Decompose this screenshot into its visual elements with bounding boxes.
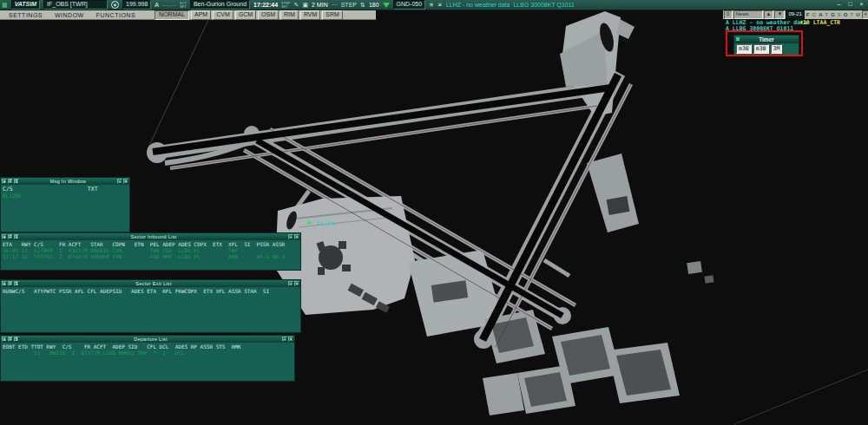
dep-title-bar[interactable]: a F S Departure List ▪ × bbox=[1, 336, 294, 343]
menu-window[interactable]: WINDOW bbox=[49, 12, 89, 18]
wx-main: LLBG 30008KT Q1011 bbox=[513, 2, 575, 8]
vatsim-logo: VATSIM bbox=[11, 0, 40, 10]
menu-functions[interactable]: FUNCTIONS bbox=[91, 12, 141, 18]
panel-minimize-button[interactable]: ▪ bbox=[117, 179, 122, 184]
callsign-field[interactable]: IF_OBS [TWR] bbox=[43, 0, 108, 10]
mode-button-srm[interactable]: SRM bbox=[322, 10, 343, 20]
mode-button-gcm[interactable]: GCM bbox=[235, 10, 256, 20]
letter-button-o[interactable]: O bbox=[843, 11, 849, 18]
panel-s-button[interactable]: S bbox=[14, 281, 19, 286]
departure-plane-icon[interactable]: ✈ bbox=[427, 0, 437, 10]
filter-funnel-icon[interactable] bbox=[383, 3, 390, 8]
letter-button-u[interactable]: U bbox=[855, 11, 860, 18]
step-set-mini-label[interactable]: STEPSET bbox=[281, 2, 290, 9]
sel-column-header: RUNWC/S ATYPWTC PSSR AFL CFL ADEPSID ADE… bbox=[1, 287, 300, 294]
departure-list[interactable]: a F S Departure List ▪ × EOBT ETD TTOT R… bbox=[0, 335, 295, 382]
normal-mode-button[interactable]: NORMAL bbox=[155, 10, 189, 20]
mode-button-rvm[interactable]: RVM bbox=[300, 10, 320, 20]
panel-f-button[interactable]: F bbox=[8, 281, 13, 286]
panel-a-button[interactable]: a bbox=[2, 234, 7, 239]
sct-set-mini-label[interactable]: SCTSET bbox=[180, 2, 187, 9]
mode-button-rim[interactable]: RIM bbox=[280, 10, 299, 20]
sector-inbound-list[interactable]: a F S Sector Inbound List ▪ × ETA RWY C/… bbox=[0, 232, 301, 271]
panel-a-button[interactable]: a bbox=[2, 337, 7, 342]
panel-minimize-button[interactable]: ▪ bbox=[288, 281, 293, 286]
minibar-title[interactable]: News bbox=[733, 10, 763, 19]
mode-button-cvm[interactable]: CVM bbox=[213, 10, 233, 20]
letter-button-t2[interactable]: T bbox=[850, 11, 855, 18]
square-icon[interactable]: ▣ bbox=[302, 1, 308, 9]
runway-08-26 bbox=[153, 88, 611, 152]
sil-column-header: ETA RWY C/S FR ACFT STAR COPN ETN PEL AD… bbox=[1, 240, 300, 247]
letter-button-g2[interactable]: G bbox=[830, 11, 836, 18]
panel-s-button[interactable]: S bbox=[14, 337, 19, 342]
window-controls: – □ × bbox=[834, 1, 866, 9]
station-field[interactable]: Ben-Gurion Ground bbox=[190, 0, 250, 10]
maximize-button[interactable]: □ bbox=[845, 1, 855, 9]
east-apron bbox=[587, 154, 639, 232]
panel-close-button[interactable]: × bbox=[288, 337, 293, 342]
panel-close-button[interactable]: × bbox=[294, 234, 299, 239]
letter-button-f[interactable]: F bbox=[806, 11, 811, 18]
aircraft-marker-icon: * bbox=[306, 218, 312, 231]
letter-button-t[interactable]: T bbox=[824, 11, 829, 18]
msg-in-window[interactable]: a F S Msg In Window ▪ × C/S TXT ELY286 bbox=[0, 177, 130, 232]
minibar-down-button[interactable]: ▼ bbox=[774, 10, 785, 19]
headset-icon[interactable] bbox=[111, 1, 119, 9]
mode-button-apm[interactable]: APM bbox=[191, 10, 211, 20]
title-bar: ▩ VATSIM IF_OBS [TWR] 199.998 A ---.--- … bbox=[0, 0, 868, 10]
panel-s-button[interactable]: S bbox=[14, 234, 19, 239]
panel-f-button[interactable]: F bbox=[8, 179, 13, 184]
panel-a-button[interactable]: a bbox=[2, 281, 7, 286]
dots-icon[interactable]: ⋯ bbox=[332, 1, 338, 9]
minibar-close-button[interactable]: × bbox=[862, 10, 868, 19]
step-control[interactable]: STEP bbox=[341, 2, 357, 8]
sel-title: Sector Exit List bbox=[20, 281, 287, 286]
menu-settings[interactable]: SETTINGS bbox=[3, 12, 48, 18]
application-window: * 4X-BHA ▩ VATSIM IF_OBS [TWR] 199.998 A… bbox=[0, 0, 868, 425]
mode-button-osm[interactable]: OSM bbox=[258, 10, 279, 20]
dep-row-1[interactable]: 21 BW216 I B737/M LLBG NMRD2 TNP * I DCL bbox=[1, 350, 294, 356]
panel-minimize-button[interactable]: ▪ bbox=[288, 234, 293, 239]
letter-button-a[interactable]: A bbox=[818, 11, 823, 18]
sil-title-bar[interactable]: a F S Sector Inbound List ▪ × bbox=[1, 233, 300, 240]
altitude-filter[interactable]: 180 bbox=[369, 2, 379, 8]
close-button[interactable]: × bbox=[857, 1, 866, 9]
panel-close-button[interactable]: × bbox=[294, 281, 299, 286]
minibar-up-button[interactable]: ▲ bbox=[764, 10, 774, 19]
sector-exit-list[interactable]: a F S Sector Exit List ▪ × RUNWC/S ATYPW… bbox=[0, 279, 301, 333]
msg-in-header: C/S TXT bbox=[1, 185, 129, 193]
frequency-field[interactable]: 199.998 bbox=[122, 0, 151, 10]
panel-close-button[interactable]: × bbox=[123, 179, 128, 184]
sil-row-1[interactable]: 16:41 12 AJT868 I A321/M GODE1D CVN TNB … bbox=[1, 247, 300, 253]
sil-row-2[interactable]: 17:17 12 TE5TA1 I B744/H VANAD8 CVN AQB … bbox=[1, 253, 300, 259]
minimize-button[interactable]: – bbox=[834, 1, 844, 9]
letter-button-s[interactable]: S bbox=[837, 11, 842, 18]
app-icon: ▩ bbox=[2, 1, 8, 9]
pencil-icon[interactable]: ✎ bbox=[294, 1, 299, 9]
minibar-time: 09-21 bbox=[786, 10, 804, 19]
dep-column-header: EOBT ETD TTOT RWY C/S FR ACFT ADEP SID C… bbox=[1, 343, 294, 350]
timer-setting[interactable]: 2 MIN bbox=[312, 2, 328, 8]
dep-title: Departure List bbox=[20, 337, 281, 342]
menu-bar: SETTINGS WINDOW FUNCTIONS NORMAL APM CVM… bbox=[0, 10, 376, 20]
panel-s-button[interactable]: S bbox=[14, 179, 19, 184]
red-annotation-rectangle bbox=[726, 30, 803, 56]
level-band-field[interactable]: GND-050 bbox=[393, 0, 426, 10]
panel-f-button[interactable]: F bbox=[8, 337, 13, 342]
msg-in-title-bar[interactable]: a F S Msg In Window ▪ × bbox=[1, 178, 129, 185]
minibar-icon[interactable]: ≡ bbox=[724, 10, 733, 19]
panel-minimize-button[interactable]: ▪ bbox=[282, 337, 287, 342]
panel-f-button[interactable]: F bbox=[8, 234, 13, 239]
mode-indicator: A bbox=[155, 2, 159, 8]
sel-title-bar[interactable]: a F S Sector Exit List ▪ × bbox=[1, 280, 300, 287]
letter-button-g[interactable]: G bbox=[811, 11, 817, 18]
msg-in-row[interactable]: ELY286 bbox=[1, 193, 129, 199]
arrival-plane-icon[interactable]: ✈ bbox=[436, 0, 445, 10]
step-updown-icon[interactable]: ⇅ bbox=[360, 1, 365, 9]
msg-in-title: Msg In Window bbox=[20, 179, 116, 184]
wx-secondary: LLHZ - no weather data bbox=[446, 2, 510, 8]
sil-title: Sector Inbound List bbox=[20, 234, 287, 239]
panel-a-button[interactable]: a bbox=[2, 179, 7, 184]
right-mini-toolbar: ≡ News ▲ ▼ 09-21 F G A T G S O T U × bbox=[723, 10, 868, 19]
